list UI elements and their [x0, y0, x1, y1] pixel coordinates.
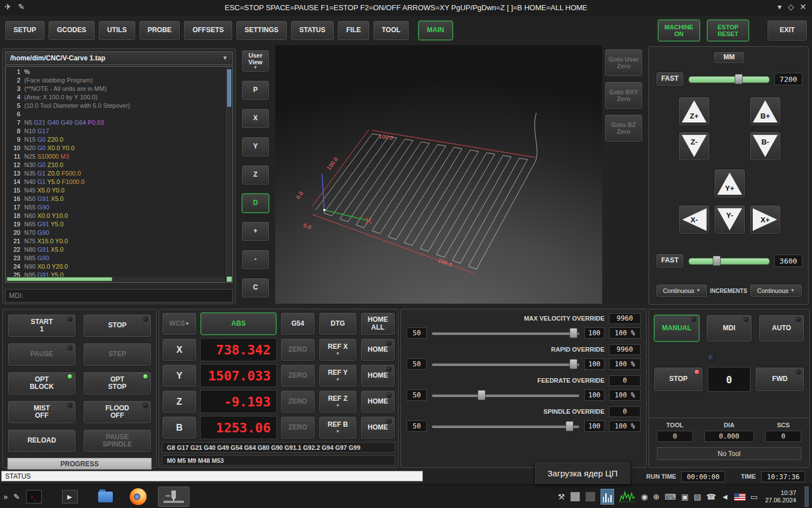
horizontal-scrollbar[interactable] — [6, 277, 226, 282]
pin-icon[interactable]: ✎ — [14, 492, 20, 501]
keyboard-icon[interactable]: ⌨ — [665, 492, 676, 501]
jog-button-x-minusplus[interactable]: X+ — [749, 205, 781, 234]
keyboard-layout-flag[interactable] — [734, 493, 745, 501]
cpu-load-icon[interactable] — [601, 489, 614, 505]
workspace-1-icon[interactable] — [570, 492, 580, 502]
tab-utils[interactable]: UTILS — [98, 20, 136, 41]
jog-speed-slider-top[interactable] — [689, 74, 770, 84]
ref-button-x[interactable]: REF X▼ — [319, 338, 357, 361]
jog-speed-slider-bottom[interactable] — [689, 256, 770, 266]
cnc-app-icon[interactable] — [158, 487, 189, 507]
override-slider-3[interactable] — [431, 421, 580, 431]
gcode-file-path[interactable]: /home/dim/CNC/V-Carve 1.tap ▼ — [5, 51, 233, 65]
units-button[interactable]: MM — [713, 51, 745, 64]
view-button-z[interactable]: Z — [241, 165, 270, 185]
tab-gcodes[interactable]: GCODES — [48, 20, 95, 41]
tab-offsets[interactable]: OFFSETS — [183, 20, 232, 41]
horizontal-scroll-thumb[interactable] — [7, 277, 112, 281]
machine-on-button[interactable]: MACHINE ON — [657, 19, 700, 42]
fast-button-bottom[interactable]: FAST — [656, 253, 684, 268]
jog-button-z-minus[interactable]: Z- — [678, 132, 710, 161]
tab-settings[interactable]: SETTINGS — [236, 20, 288, 41]
override-slider-0-handle[interactable] — [570, 328, 577, 338]
zero-button-y[interactable]: ZERO — [280, 364, 315, 387]
jog-button-y-minus[interactable]: Y- — [714, 205, 745, 234]
ref-button-b[interactable]: REF B▼ — [319, 416, 357, 439]
override-slider-1[interactable] — [431, 359, 580, 369]
axis-button-y[interactable]: Y — [162, 364, 197, 387]
tab-main[interactable]: MAIN — [418, 20, 453, 41]
dtg-button[interactable]: DTG — [319, 312, 357, 335]
vertical-scroll-thumb[interactable] — [227, 69, 231, 107]
view-button-y[interactable]: Y — [241, 137, 270, 157]
network-graph-icon[interactable] — [619, 490, 636, 504]
volume-icon[interactable]: ◄ — [721, 492, 729, 501]
axis-button-x[interactable]: X — [162, 338, 197, 361]
spindle-stop-button[interactable]: STOP — [654, 367, 703, 392]
goto-button-1[interactable]: Goto BXY Zero — [604, 81, 643, 110]
zero-button-x[interactable]: ZERO — [280, 338, 315, 361]
file-manager-icon[interactable] — [98, 492, 113, 502]
jog-button-x-minus[interactable]: X- — [678, 205, 710, 234]
machine-button-mist-off[interactable]: MIST OFF — [7, 400, 76, 424]
chevrons-icon[interactable]: » — [3, 492, 8, 501]
view-button-c[interactable]: C — [241, 278, 270, 298]
wcs-dropdown[interactable]: WCS ▼ — [162, 312, 197, 335]
remote-icon[interactable]: ▣ — [681, 492, 689, 501]
tab-tool[interactable]: TOOL — [373, 20, 409, 41]
zero-button-b[interactable]: ZERO — [280, 416, 315, 439]
machine-button-start-1[interactable]: START 1 — [7, 314, 76, 338]
jog-speed-slider-top-handle[interactable] — [735, 74, 743, 84]
override-slider-0[interactable] — [431, 328, 580, 338]
bell-icon[interactable]: ◉ — [641, 492, 648, 501]
taskbar-clock[interactable]: 10:3727.06.2024 — [765, 489, 796, 504]
g54-button[interactable]: G54 — [280, 312, 315, 335]
updates-icon[interactable]: ⊕ — [653, 492, 660, 501]
view-button-x[interactable]: X — [241, 108, 270, 129]
jog-button-z-minusplus[interactable]: Z+ — [678, 97, 710, 126]
axis-button-b[interactable]: B — [162, 416, 197, 439]
machine-button-pause[interactable]: PAUSE — [7, 343, 76, 366]
jog-button-b-minusplus[interactable]: B+ — [749, 97, 781, 126]
machine-button-stop[interactable]: STOP — [83, 314, 152, 338]
workspace-2-icon[interactable] — [585, 492, 595, 502]
run-app-icon[interactable]: ▶ — [62, 490, 78, 503]
vertical-scrollbar[interactable] — [226, 67, 232, 276]
override-slider-2-handle[interactable] — [478, 390, 486, 400]
tab-file[interactable]: FILE — [337, 20, 370, 41]
terminal-app-icon[interactable]: ›_ — [26, 490, 42, 503]
machine-button-opt-block[interactable]: OPT BLOCK — [7, 371, 76, 395]
zero-button-z[interactable]: ZERO — [280, 390, 315, 413]
override-slider-3-handle[interactable] — [566, 421, 573, 431]
jog-button-y-minusplus[interactable]: Y+ — [714, 169, 745, 198]
home-all-button[interactable]: HOME ALL — [360, 312, 395, 335]
machine-button-step[interactable]: STEP — [83, 343, 152, 366]
close-icon[interactable]: ✕ — [800, 2, 806, 11]
view-button-d[interactable]: D — [241, 193, 270, 213]
home-button-y[interactable]: HOME — [360, 364, 395, 387]
fast-button-top[interactable]: FAST — [656, 72, 684, 86]
machine-button-reload[interactable]: RELOAD — [7, 429, 76, 453]
view-button-p[interactable]: P — [241, 80, 270, 100]
exit-button[interactable]: EXIT — [767, 20, 807, 41]
increment-dropdown-right[interactable]: Continuous ▼ — [749, 284, 802, 297]
override-slider-2[interactable] — [431, 390, 580, 400]
view-button-+[interactable]: + — [241, 221, 270, 242]
clipboard-icon[interactable]: ▤ — [694, 492, 701, 501]
user-view-dropdown[interactable]: User View ▼ — [241, 50, 270, 72]
tab-setup[interactable]: SETUP — [5, 20, 45, 41]
mill-tool-icon[interactable]: ⚒ — [558, 492, 565, 501]
goto-button-0[interactable]: Goto User Zero — [604, 49, 643, 77]
jog-button-b-minus[interactable]: B- — [749, 132, 781, 161]
mdi-input[interactable]: MDI: — [5, 289, 233, 303]
mode-button-auto[interactable]: AUTO — [758, 314, 805, 342]
estop-reset-button[interactable]: ESTOP RESET — [707, 19, 749, 42]
machine-button-opt-stop[interactable]: OPT STOP — [83, 371, 152, 395]
spindle-fwd-button[interactable]: FWD — [755, 367, 805, 392]
goto-button-2[interactable]: Goto BZ Zero — [604, 114, 643, 142]
tab-status[interactable]: STATUS — [290, 20, 334, 41]
override-slider-1-handle[interactable] — [570, 359, 577, 369]
mode-button-manual[interactable]: MANUAL — [654, 314, 700, 342]
axis-button-z[interactable]: Z — [162, 390, 197, 413]
phone-icon[interactable]: ☎ — [706, 492, 716, 501]
